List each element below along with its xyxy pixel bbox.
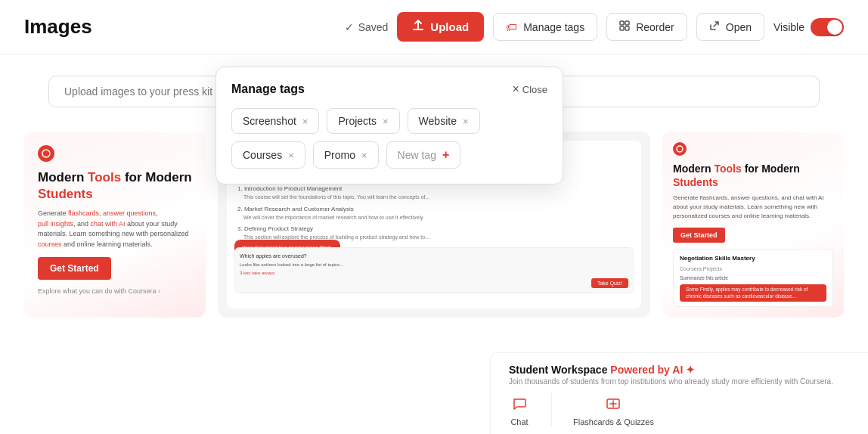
open-icon (709, 20, 720, 33)
explore-text: Explore what you can do with Coursera › (38, 287, 192, 295)
manage-tags-button[interactable]: 🏷 Manage tags (493, 13, 597, 41)
tag-label-promo: Promo (324, 149, 355, 161)
tag-chip-courses[interactable]: Courses × (231, 141, 305, 169)
card-right-headline: Modern Tools for Modern Students (673, 162, 833, 189)
reorder-label: Reorder (636, 21, 674, 33)
tag-label-courses: Courses (243, 149, 282, 161)
close-x-icon: × (512, 82, 519, 96)
card-left-subtext: Generate flashcards, answer questions, p… (38, 209, 192, 250)
visible-toggle: Visible (773, 18, 844, 36)
tags-row: Screenshot × Projects × Website × Course… (231, 108, 547, 169)
visible-label: Visible (773, 21, 804, 33)
tag-chip-screenshot[interactable]: Screenshot × (231, 108, 319, 134)
tag-chip-promo[interactable]: Promo × (313, 141, 379, 169)
ws-title: Student Workspace Powered by AI ✦ (509, 364, 850, 376)
mini-overlay-right: Negotiation Skills Mastery Coursera Proj… (673, 249, 833, 307)
chat-tab-label: Chat (510, 417, 528, 426)
upload-button[interactable]: Upload (397, 12, 484, 42)
svg-rect-1 (625, 21, 629, 25)
tag-remove-website[interactable]: × (463, 116, 469, 126)
toggle-knob (827, 20, 842, 35)
coursera-logo-right (673, 142, 687, 156)
reorder-icon (619, 20, 630, 33)
image-card-left: Modern Tools for Modern Students Generat… (24, 132, 206, 318)
check-icon: ✓ (345, 21, 354, 33)
svg-rect-0 (620, 21, 624, 25)
coursera-logo-left (38, 145, 54, 162)
student-workspace-section: Student Workspace Powered by AI ✦ Join t… (490, 352, 868, 434)
card-left-headline: Modern Tools for Modern Students (38, 169, 192, 203)
flashcards-icon (603, 393, 624, 414)
quiz-bubble: Which apples are overused? Looks like au… (234, 247, 634, 294)
tag-chip-projects[interactable]: Projects × (327, 108, 399, 134)
flashcards-tab-label: Flashcards & Quizzes (573, 417, 654, 426)
ws-tab-flashcards[interactable]: Flashcards & Quizzes (573, 393, 654, 426)
saved-button[interactable]: ✓ Saved (345, 21, 389, 33)
tag-label-screenshot: Screenshot (243, 115, 296, 127)
page-title: Images (24, 15, 336, 39)
tag-icon: 🏷 (506, 20, 517, 33)
ws-tabs-row: Chat Flashcards & Quizzes (509, 393, 850, 426)
page-container: Images ✓ Saved Upload 🏷 Manage tags (0, 0, 868, 434)
get-started-label-left: Get Started (50, 263, 99, 274)
header: Images ✓ Saved Upload 🏷 Manage tags (0, 0, 868, 54)
tag-label-projects: Projects (338, 115, 377, 127)
saved-label: Saved (358, 21, 389, 33)
popup-close-button[interactable]: × Close (512, 82, 547, 96)
ws-subtitle: Join thousands of students from top inst… (509, 377, 850, 386)
plus-icon: + (442, 148, 449, 162)
open-button[interactable]: Open (696, 13, 764, 41)
ws-powered-by: Powered by AI ✦ (610, 364, 695, 376)
tab-divider (551, 393, 552, 426)
ws-tab-chat[interactable]: Chat (509, 393, 530, 426)
tag-label-website: Website (419, 115, 457, 127)
card-right-subtext: Generate flashcards, answer questions, a… (673, 194, 833, 221)
reorder-button[interactable]: Reorder (606, 13, 687, 41)
tag-remove-projects[interactable]: × (383, 116, 389, 126)
image-card-right: Modern Tools for Modern Students Generat… (662, 132, 844, 318)
svg-point-5 (677, 146, 683, 152)
popup-header: Manage tags × Close (231, 82, 547, 96)
new-tag-chip[interactable]: New tag + (386, 141, 461, 169)
open-label: Open (726, 21, 752, 33)
tag-remove-courses[interactable]: × (288, 150, 294, 160)
toggle-switch[interactable] (811, 18, 844, 36)
tag-chip-website[interactable]: Website × (408, 108, 480, 134)
get-started-button-right[interactable]: Get Started (673, 228, 725, 243)
tag-remove-screenshot[interactable]: × (302, 116, 308, 126)
upload-icon (412, 20, 424, 34)
svg-point-4 (42, 150, 50, 157)
get-started-button-left[interactable]: Get Started (38, 257, 111, 280)
chat-icon (509, 393, 530, 414)
close-label: Close (522, 84, 547, 95)
manage-tags-popup: Manage tags × Close Screenshot × Project… (215, 67, 563, 184)
svg-rect-2 (620, 26, 624, 30)
popup-title: Manage tags (231, 82, 305, 96)
upload-label: Upload (430, 20, 469, 33)
take-quiz-button[interactable]: Take Quiz! (591, 278, 628, 288)
tag-remove-promo[interactable]: × (361, 150, 367, 160)
new-tag-label: New tag (398, 149, 436, 161)
svg-rect-3 (625, 26, 629, 30)
manage-tags-label: Manage tags (523, 21, 584, 33)
